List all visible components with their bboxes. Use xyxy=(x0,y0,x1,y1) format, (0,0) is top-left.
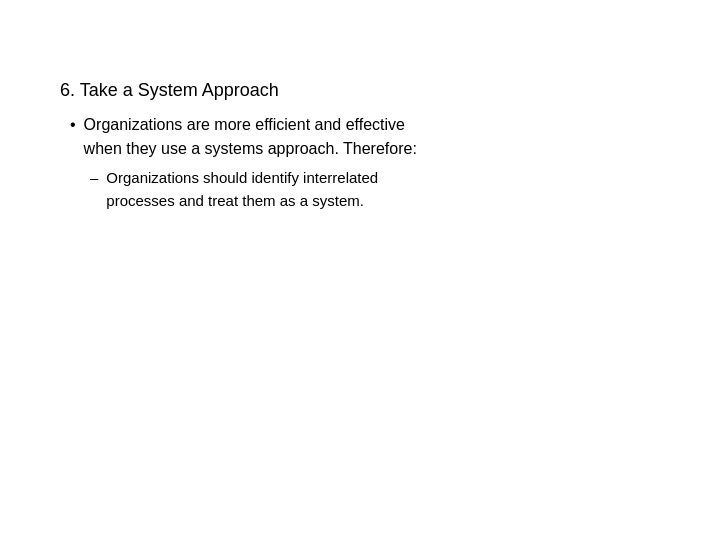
sub-bullet-symbol: – xyxy=(90,167,98,212)
bullet-line2: when they use a systems approach. Theref… xyxy=(84,140,417,157)
bullet-text: Organizations are more efficient and eff… xyxy=(84,113,660,161)
sub-bullet-text: Organizations should identify interrelat… xyxy=(106,167,660,212)
section-title: 6. Take a System Approach xyxy=(60,80,660,101)
bullet-symbol: • xyxy=(70,113,76,161)
slide-container: 6. Take a System Approach • Organization… xyxy=(0,0,720,540)
sub-bullet: – Organizations should identify interrel… xyxy=(60,167,660,212)
sub-bullet-line1: Organizations should identify interrelat… xyxy=(106,169,378,186)
bullet-line1: Organizations are more efficient and eff… xyxy=(84,116,405,133)
bullet-point: • Organizations are more efficient and e… xyxy=(60,113,660,212)
bullet-main-text: • Organizations are more efficient and e… xyxy=(60,113,660,161)
sub-bullet-line2: processes and treat them as a system. xyxy=(106,192,364,209)
